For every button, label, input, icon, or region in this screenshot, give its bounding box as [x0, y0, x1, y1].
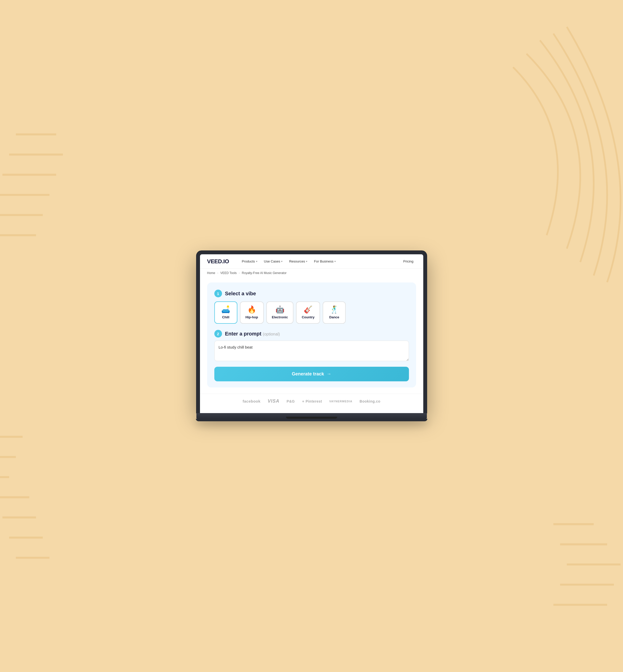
generator-card: 1 Select a vibe 🛋️ Chill 🔥 Hip-hop: [207, 283, 416, 387]
breadcrumb-current: Royalty-Free AI Music Generator: [242, 271, 287, 275]
chevron-down-icon: ▾: [334, 260, 336, 263]
laptop-wrapper: VEED.IO Products ▾ Use Cases ▾ Resources…: [197, 251, 427, 421]
nav-items: Products ▾ Use Cases ▾ Resources ▾ For B…: [239, 258, 394, 265]
arrow-icon: →: [327, 371, 331, 377]
chevron-down-icon: ▾: [256, 260, 257, 263]
hiphop-emoji: 🔥: [247, 306, 256, 313]
step1-badge: 1: [214, 290, 222, 297]
laptop-screen: VEED.IO Products ▾ Use Cases ▾ Resources…: [200, 254, 423, 413]
laptop-bottom: [196, 419, 427, 421]
dance-label: Dance: [329, 315, 339, 319]
breadcrumb-sep-2: ›: [239, 271, 240, 275]
brands-bar: facebook VISA P&G Pinterest VAYNERMEDIA …: [200, 393, 423, 408]
breadcrumb-home[interactable]: Home: [207, 271, 215, 275]
brand-vaynermedia: VAYNERMEDIA: [329, 400, 352, 403]
step2-badge: 2: [214, 330, 222, 338]
chevron-down-icon: ▾: [281, 260, 283, 263]
hiphop-label: Hip-hop: [245, 315, 258, 319]
dance-emoji: 🕺: [330, 306, 339, 313]
vibe-country[interactable]: 🎸 Country: [296, 301, 320, 324]
nav-use-cases-label: Use Cases: [264, 259, 280, 263]
step1-title: Select a vibe: [225, 291, 256, 297]
step2-title: Enter a prompt (optional): [225, 331, 280, 337]
nav-resources[interactable]: Resources ▾: [287, 258, 310, 265]
nav-products[interactable]: Products ▾: [239, 258, 260, 265]
brand-booking: Booking.co: [359, 399, 380, 403]
prompt-input[interactable]: [214, 341, 409, 361]
electronic-emoji: 🤖: [275, 306, 285, 313]
brand-pg: P&G: [287, 399, 295, 403]
electronic-label: Electronic: [272, 315, 288, 319]
chill-emoji: 🛋️: [221, 306, 230, 313]
country-label: Country: [302, 315, 315, 319]
vibe-chill[interactable]: 🛋️ Chill: [214, 301, 237, 324]
nav-products-label: Products: [242, 259, 255, 263]
generate-button[interactable]: Generate track →: [214, 367, 409, 381]
step2-title-text: Enter a prompt: [225, 331, 262, 337]
country-emoji: 🎸: [304, 306, 313, 313]
vibe-hiphop[interactable]: 🔥 Hip-hop: [240, 301, 264, 324]
step2-header: 2 Enter a prompt (optional): [214, 330, 409, 338]
generate-label: Generate track: [292, 371, 324, 377]
nav-for-business[interactable]: For Business ▾: [312, 258, 338, 265]
chevron-down-icon: ▾: [306, 260, 307, 263]
vibe-electronic[interactable]: 🤖 Electronic: [266, 301, 294, 324]
laptop-base: [197, 413, 427, 419]
nav-pricing[interactable]: Pricing: [401, 258, 416, 265]
step1-header: 1 Select a vibe: [214, 290, 409, 297]
breadcrumb-tools[interactable]: VEED Tools: [220, 271, 237, 275]
laptop-bezel: VEED.IO Products ▾ Use Cases ▾ Resources…: [197, 251, 427, 413]
vibe-cards: 🛋️ Chill 🔥 Hip-hop 🤖 Electronic 🎸: [214, 301, 409, 324]
nav-use-cases[interactable]: Use Cases ▾: [262, 258, 285, 265]
navbar: VEED.IO Products ▾ Use Cases ▾ Resources…: [200, 254, 423, 269]
chill-label: Chill: [222, 315, 229, 319]
nav-resources-label: Resources: [289, 259, 305, 263]
breadcrumb-sep-1: ›: [217, 271, 218, 275]
vibe-dance[interactable]: 🕺 Dance: [323, 301, 346, 324]
main-content: 1 Select a vibe 🛋️ Chill 🔥 Hip-hop: [200, 277, 423, 393]
breadcrumb: Home › VEED Tools › Royalty-Free AI Musi…: [200, 269, 423, 277]
logo[interactable]: VEED.IO: [207, 258, 229, 265]
step2-optional: (optional): [263, 332, 280, 336]
brand-facebook: facebook: [242, 399, 260, 403]
brand-visa: VISA: [268, 399, 279, 404]
brand-pinterest: Pinterest: [302, 399, 322, 404]
nav-for-business-label: For Business: [314, 259, 333, 263]
